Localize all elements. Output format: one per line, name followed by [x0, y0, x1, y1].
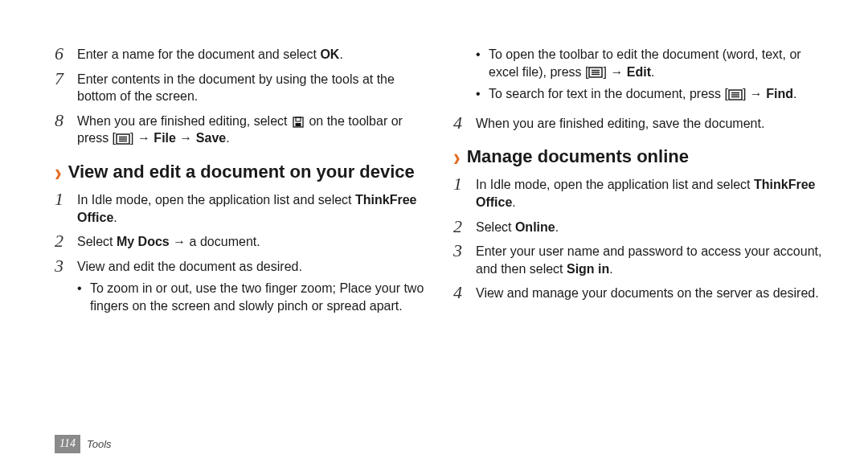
chevron-right-icon: › — [55, 159, 62, 184]
prev-steps-block: 6Enter a name for the document and selec… — [55, 45, 424, 147]
step-number: 2 — [453, 218, 476, 236]
continued-sublist-wrap: To open the toolbar to edit the document… — [453, 45, 823, 108]
step: 7Enter contents in the document by using… — [55, 70, 424, 105]
sub-item: To zoom in or out, use the two finger zo… — [77, 280, 424, 314]
bold-text: Sign in — [567, 262, 609, 276]
section-label: Tools — [87, 437, 112, 452]
text: View and manage your documents on the se… — [476, 286, 819, 300]
text: View and edit the document as desired. — [77, 260, 302, 273]
text: → — [176, 131, 196, 145]
step-number: 8 — [55, 112, 77, 129]
text: Select — [476, 220, 515, 234]
step-body: Enter contents in the document by using … — [77, 70, 424, 105]
step: 4View and manage your documents on the s… — [453, 284, 823, 302]
bold-text: OK — [320, 47, 339, 61]
text: ] → — [130, 131, 154, 145]
save-icon — [291, 117, 305, 128]
text: When you are finished editing, save the … — [476, 117, 764, 130]
bold-text: Online — [515, 220, 555, 234]
page-number: 114 — [55, 435, 80, 453]
step-number: 7 — [55, 70, 77, 88]
heading-text: View and edit a document on your device — [68, 162, 415, 182]
bold-text: File — [154, 131, 176, 145]
menu-icon — [588, 67, 603, 78]
step: 1In Idle mode, open the application list… — [55, 190, 424, 226]
text: . — [609, 262, 612, 276]
text: . — [512, 195, 515, 209]
svg-rect-1 — [296, 117, 301, 121]
text: . — [339, 47, 342, 61]
bold-text: My Docs — [117, 235, 170, 248]
step-number: 4 — [453, 284, 476, 301]
step-body: Select Online. — [476, 218, 823, 236]
step: 6Enter a name for the document and selec… — [55, 45, 424, 63]
text: → a document. — [170, 235, 260, 248]
sub-item: To open the toolbar to edit the document… — [476, 46, 823, 80]
step-body: View and manage your documents on the se… — [476, 284, 823, 302]
step-body: Enter your user name and password to acc… — [476, 242, 823, 277]
step-number: 2 — [55, 232, 77, 250]
right-steps-block: 1In Idle mode, open the application list… — [453, 175, 823, 302]
text: . — [226, 131, 229, 145]
step-number: 1 — [55, 190, 77, 208]
left-steps-block: 1In Idle mode, open the application list… — [55, 190, 424, 320]
heading-text: Manage documents online — [467, 146, 689, 167]
text: To zoom in or out, use the two finger zo… — [90, 281, 424, 313]
step: 3Enter your user name and password to ac… — [453, 242, 823, 277]
chevron-right-icon: › — [453, 145, 461, 170]
step-body: In Idle mode, open the application list … — [77, 190, 424, 226]
text: ] → — [743, 87, 766, 100]
text: . — [113, 211, 117, 224]
section-heading-view-edit: › View and edit a document on your devic… — [55, 162, 424, 182]
right-column: To open the toolbar to edit the document… — [453, 45, 823, 455]
menu-icon — [728, 89, 743, 100]
sublist: To zoom in or out, use the two finger zo… — [77, 280, 424, 314]
text: Enter a name for the document and select — [77, 47, 320, 61]
text: . — [651, 65, 654, 79]
step-body: Select My Docs → a document. — [77, 232, 424, 251]
page-footer: 114 Tools — [55, 435, 112, 453]
text: Enter contents in the document by using … — [77, 72, 395, 104]
menu-icon — [116, 133, 130, 145]
text: Enter your user name and password to acc… — [476, 244, 821, 276]
step-number: 6 — [55, 45, 77, 63]
sub-item: To search for text in the document, pres… — [476, 85, 823, 103]
text: . — [555, 220, 559, 234]
text: Select — [77, 235, 117, 248]
text: When you are finished editing, select — [77, 114, 291, 128]
step: 4When you are finished editing, save the… — [453, 114, 823, 133]
step: 3View and edit the document as desired.T… — [55, 257, 424, 320]
text: ] → — [603, 65, 626, 79]
text: . — [793, 87, 796, 100]
step-number: 1 — [453, 175, 476, 193]
step: 2Select Online. — [453, 218, 823, 236]
step-body: View and edit the document as desired.To… — [77, 257, 424, 320]
text: In Idle mode, open the application list … — [77, 193, 355, 207]
left-column: 6Enter a name for the document and selec… — [55, 45, 424, 455]
svg-rect-2 — [295, 123, 301, 126]
step-body: In Idle mode, open the application list … — [476, 175, 823, 211]
continued-sublist: To open the toolbar to edit the document… — [476, 46, 823, 103]
step: 8When you are finished editing, select o… — [55, 112, 424, 147]
step-body: Enter a name for the document and select… — [77, 45, 424, 63]
step-body: When you are finished editing, save the … — [476, 114, 823, 133]
section-heading-manage-online: › Manage documents online — [453, 146, 823, 167]
step: 2Select My Docs → a document. — [55, 232, 424, 251]
continued-step-4: 4When you are finished editing, save the… — [453, 114, 823, 133]
step-number: 3 — [55, 257, 77, 275]
bold-text: Find — [766, 87, 793, 100]
step: 1In Idle mode, open the application list… — [453, 175, 823, 211]
text: To search for text in the document, pres… — [489, 87, 728, 100]
step-number: 4 — [453, 114, 476, 132]
bold-text: Save — [196, 131, 226, 145]
text: In Idle mode, open the application list … — [476, 178, 754, 191]
manual-page: 6Enter a name for the document and selec… — [0, 0, 868, 471]
bold-text: Edit — [627, 65, 651, 79]
step-body: When you are finished editing, select on… — [77, 112, 424, 147]
step-number: 3 — [453, 242, 476, 260]
